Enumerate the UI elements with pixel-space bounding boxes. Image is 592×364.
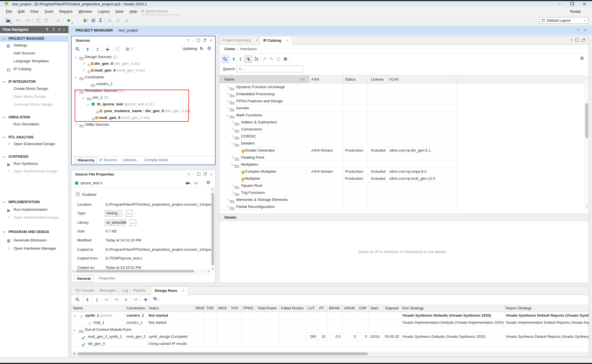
flownav-item-open-synthesized-design[interactable]: Open Synthesized Design [0,168,69,175]
help-icon[interactable]: ? [571,39,573,43]
tab-log[interactable]: Log [122,286,128,295]
ip-search-input[interactable]: – [237,65,303,72]
play-icon[interactable] [124,298,128,303]
percent-icon[interactable]: % [153,296,157,301]
chevron-down-icon[interactable] [3,200,6,203]
collapse-all-icon[interactable] [232,57,236,62]
forward-icon[interactable] [194,181,198,186]
column-header-failed-routes[interactable]: Failed Routes [281,305,304,312]
expand-all-icon[interactable] [238,57,242,62]
ip-table-row[interactable]: Adders & Subtracters [219,119,456,126]
chevron-down-icon[interactable] [3,155,6,158]
flownav-item-open-implemented-design[interactable]: Open Implemented Design [0,214,69,221]
chevron-down-icon[interactable] [226,114,229,117]
chevron-right-icon[interactable] [231,184,234,187]
chevron-down-icon[interactable] [231,142,234,145]
flownav-item-run-synthesis[interactable]: Run Synthesis [0,160,69,167]
maximize-icon[interactable] [575,38,579,43]
menu-view[interactable]: View [115,7,123,16]
flownav-item-generate-bitstream[interactable]: 0110Generate Bitstream [0,237,69,244]
chevron-down-icon[interactable] [231,163,234,166]
chevron-right-icon[interactable] [231,191,234,194]
chevron-right-icon[interactable] [75,123,78,126]
chevron-down-icon[interactable] [75,56,78,58]
edit-disabled-icon[interactable] [115,17,121,24]
back-icon[interactable] [185,181,190,186]
flownav-item-add-sources[interactable]: Add Sources [0,50,69,57]
v-scrollbar-thumb[interactable] [211,193,214,265]
flownav-section-5[interactable]: IMPLEMENTATION [0,199,69,205]
menu-flow[interactable]: Flow [30,7,39,16]
flownav-item-generate-block-design[interactable]: Generate Block Design [0,101,69,108]
column-header-tpws[interactable]: TPWS [243,305,253,312]
source-tree-row[interactable]: Design Sources (2) [72,54,215,60]
flownav-section-3[interactable]: RTL ANALYSIS [0,134,69,140]
close-icon[interactable]: ✕ [256,39,258,42]
column-header-name[interactable]: Name [73,305,83,312]
flownav-section-4[interactable]: SYNTHESIS [0,154,69,160]
doc-help-icon[interactable]: ? [116,47,120,52]
chevron-down-icon[interactable] [3,230,6,233]
search-icon[interactable] [75,297,80,303]
ip-table-row[interactable]: Math Functions [219,112,456,119]
enabled-checkbox[interactable]: ✓ [76,192,80,196]
open-project-icon[interactable] [5,17,11,24]
chevron-right-icon[interactable] [7,247,10,250]
chevron-right-icon[interactable] [7,216,10,219]
column-header-license[interactable]: License [371,75,384,83]
maximize-icon[interactable] [197,172,200,177]
minimize-icon[interactable]: – [192,172,194,176]
generate-bitstream-icon[interactable]: 0110 [82,17,88,24]
close-icon[interactable]: ✕ [583,26,586,35]
ip-chip-icon[interactable] [276,57,280,62]
help-icon[interactable]: ? [58,28,60,32]
ip-table-row[interactable]: Dynamic Function eXchange [219,83,456,90]
menu-edit[interactable]: Edit [18,7,25,16]
chevron-right-icon[interactable] [231,156,234,159]
column-header-status[interactable]: Status [345,75,355,83]
column-header-constraints[interactable]: Constraints [127,305,145,312]
flownav-item-open-elaborated-design[interactable]: Open Elaborated Design [0,140,69,148]
sources-tab-libraries[interactable]: Libraries [120,157,139,164]
collapse-all-icon[interactable] [45,27,49,32]
close-icon[interactable]: ✕ [286,39,289,42]
delete-icon[interactable] [55,17,61,24]
h-scrollbar-thumb[interactable] [76,270,194,272]
design-run-row[interactable]: synth_1 (active)constrs_1Not startedViva… [71,312,589,319]
help-icon[interactable]: ? [577,26,579,35]
menu-file[interactable]: File [6,7,12,16]
chevron-right-icon[interactable] [226,93,229,96]
copy-icon[interactable] [35,17,41,24]
fast-forward-icon[interactable] [134,298,138,302]
expand-all-icon[interactable] [95,298,99,303]
column-header-status[interactable]: Status [149,305,159,312]
ip-table-row[interactable]: Partial Reconfiguration [219,203,456,210]
ip-table-row[interactable]: FPGA Features and Design [219,97,456,105]
chevron-right-icon[interactable] [231,128,234,131]
minimize-icon[interactable]: – [192,39,194,43]
ellipsis-button[interactable]: … [126,210,132,217]
column-header-lut[interactable]: LUT [308,305,315,312]
flownav-item-language-templates[interactable]: Language Templates [0,57,69,65]
sfp-tab-properties[interactable]: Properties [96,275,118,282]
menu-layout[interactable]: Layout [98,7,109,16]
collapse-all-icon[interactable] [86,47,90,52]
design-run-row[interactable]: impl_1constrs_1Not startedVivado Impleme… [71,319,589,326]
gear-icon[interactable]: ⚙ [207,46,211,51]
flownav-item-run-simulation[interactable]: Run Simulation [0,121,69,128]
ip-table-row[interactable]: Complex MultiplierAXI4-StreamProductionI… [219,168,456,175]
flownav-section-1[interactable]: IP INTEGRATOR [0,79,69,85]
flownav-item-settings[interactable]: ⚙Settings [0,42,69,49]
chevron-right-icon[interactable] [226,100,229,103]
sfp-field-value-box[interactable]: Verilog [105,210,122,217]
ip-table-row[interactable]: Dividers [219,140,456,147]
tab-ip-catalog[interactable]: IP Catalog ✕ [260,36,292,45]
layout-selector[interactable]: Default Layout [539,17,588,24]
flownav-item-create-block-design[interactable]: Create Block Design [0,85,69,92]
ip-table-row[interactable]: Embedded Processing [219,90,456,97]
chevron-down-icon[interactable] [3,116,6,118]
redo-icon[interactable] [24,17,30,24]
column-header-report-strategy[interactable]: Report Strategy [506,305,531,312]
license-key-icon[interactable] [269,57,273,62]
tab-project-summary[interactable]: Project Summary ✕ [219,36,262,45]
